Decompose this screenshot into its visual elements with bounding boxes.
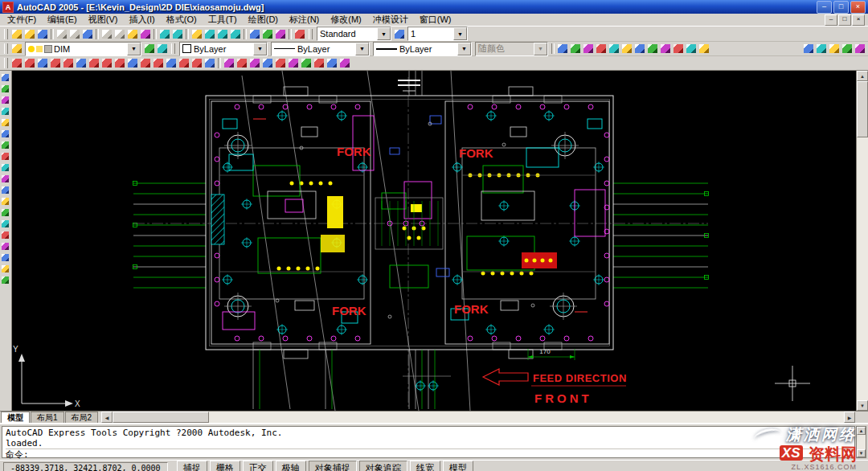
viewport-scale-combo[interactable]: 1 ▼ xyxy=(407,27,468,41)
zoom-window-icon[interactable] xyxy=(216,28,229,40)
quick-dimension-icon[interactable] xyxy=(88,57,100,69)
layer-properties-manager-icon[interactable] xyxy=(10,43,23,55)
scroll-up-icon[interactable]: ▲ xyxy=(857,427,866,435)
menu-file[interactable]: 文件(F) xyxy=(2,14,42,26)
menu-modify[interactable]: 修改(M) xyxy=(325,14,367,26)
tab-model[interactable]: 模型 xyxy=(1,412,30,423)
chevron-down-icon[interactable]: ▼ xyxy=(457,43,471,55)
text-style-combo[interactable]: Standard ▼ xyxy=(317,27,391,41)
toolbar-icon[interactable] xyxy=(620,43,633,55)
plot-style-combo[interactable]: 随颜色 ▼ xyxy=(475,42,548,56)
model-space-toggle[interactable]: 模型 xyxy=(443,461,473,471)
linear-dimension-icon[interactable] xyxy=(10,57,23,69)
tab-layout1[interactable]: 布局1 xyxy=(31,412,64,423)
spline-icon[interactable] xyxy=(0,162,10,173)
toolbar-icon[interactable] xyxy=(685,43,698,55)
redo-icon[interactable] xyxy=(171,28,184,40)
scroll-left-icon[interactable]: ◀ xyxy=(101,412,113,423)
toolbar-icon[interactable] xyxy=(556,43,569,55)
toolbar-icon[interactable] xyxy=(569,43,582,55)
gradient-icon[interactable] xyxy=(0,275,10,285)
help-icon[interactable] xyxy=(293,28,306,40)
layer-previous-icon[interactable] xyxy=(156,43,169,55)
die-design-icon[interactable] xyxy=(235,57,248,69)
region-icon[interactable] xyxy=(0,241,10,252)
menu-edit[interactable]: 编辑(E) xyxy=(42,14,83,26)
ordinate-dimension-icon[interactable] xyxy=(36,57,49,69)
command-prompt[interactable]: 命令: xyxy=(6,448,851,460)
diameter-dimension-icon[interactable] xyxy=(62,57,75,69)
drawing-area[interactable]: 170 FORK FORK FORK FORK FEED DIRECTION F… xyxy=(12,71,856,411)
tab-layout2[interactable]: 布局2 xyxy=(65,412,99,423)
die-design-icon[interactable] xyxy=(261,57,274,69)
insert-block-icon[interactable] xyxy=(0,196,10,207)
line-icon[interactable] xyxy=(0,72,10,83)
die-design-icon[interactable] xyxy=(274,57,287,69)
arc-icon[interactable] xyxy=(0,129,10,139)
chevron-down-icon[interactable]: ▼ xyxy=(453,27,467,40)
chevron-down-icon[interactable]: ▼ xyxy=(377,27,391,40)
hatch-icon[interactable] xyxy=(0,230,10,240)
horizontal-scroll-thumb[interactable] xyxy=(113,412,209,423)
toolbar-grip[interactable] xyxy=(4,29,8,39)
toolbar-grip[interactable] xyxy=(309,29,313,39)
new-icon[interactable] xyxy=(10,28,23,40)
toolbar-icon[interactable] xyxy=(698,43,710,55)
menu-window[interactable]: 窗口(W) xyxy=(414,14,457,26)
dimension-edit-icon[interactable] xyxy=(165,57,178,69)
point-icon[interactable] xyxy=(0,219,10,229)
properties-icon[interactable] xyxy=(248,28,261,40)
aligned-dimension-icon[interactable] xyxy=(23,57,36,69)
toolbar-grip[interactable] xyxy=(171,43,175,54)
radius-dimension-icon[interactable] xyxy=(49,57,62,69)
command-scroll-track[interactable] xyxy=(857,435,866,449)
plot-icon[interactable] xyxy=(55,28,68,40)
polyline-icon[interactable] xyxy=(0,95,10,105)
die-drawing[interactable]: 170 FORK FORK FORK FORK FEED DIRECTION F… xyxy=(12,71,856,411)
snap-toggle[interactable]: 捕捉 xyxy=(177,461,207,471)
dimension-text-edit-icon[interactable] xyxy=(178,57,190,69)
die-design-icon[interactable] xyxy=(300,57,313,69)
minimize-button[interactable]: – xyxy=(817,1,832,14)
menu-view[interactable]: 视图(V) xyxy=(83,14,124,26)
mdi-close-button[interactable]: × xyxy=(852,14,865,26)
undo-icon[interactable] xyxy=(158,28,171,40)
circle-icon[interactable] xyxy=(0,140,10,150)
toolbar-grip[interactable] xyxy=(4,58,8,68)
chevron-down-icon[interactable]: ▼ xyxy=(253,43,267,55)
toolbar-icon[interactable] xyxy=(608,43,620,55)
linetype-combo[interactable]: ByLayer ▼ xyxy=(271,42,370,56)
osnap-toggle[interactable]: 对象捕捉 xyxy=(309,461,357,471)
grid-toggle[interactable]: 栅格 xyxy=(210,461,240,471)
command-scrollbar[interactable]: ▲ ▼ xyxy=(856,426,866,458)
chevron-down-icon[interactable]: ▼ xyxy=(127,43,141,55)
zoom-realtime-icon[interactable] xyxy=(203,28,216,40)
die-design-icon[interactable] xyxy=(223,57,235,69)
horizontal-scroll-track[interactable] xyxy=(209,412,844,423)
color-combo[interactable]: ByLayer ▼ xyxy=(179,42,268,56)
menu-tools[interactable]: 工具(T) xyxy=(203,14,243,26)
mdi-minimize-button[interactable]: – xyxy=(825,14,837,26)
quick-leader-icon[interactable] xyxy=(126,57,139,69)
vertical-scroll-thumb[interactable] xyxy=(857,81,868,137)
mdi-restore-button[interactable]: □ xyxy=(838,14,851,26)
open-icon[interactable] xyxy=(23,28,36,40)
save-icon[interactable] xyxy=(36,28,49,40)
scroll-up-icon[interactable]: ▲ xyxy=(857,71,868,81)
lineweight-toggle[interactable]: 线宽 xyxy=(410,461,440,471)
menu-insert[interactable]: 插入(I) xyxy=(123,14,160,26)
die-design-icon[interactable] xyxy=(338,57,351,69)
center-mark-icon[interactable] xyxy=(152,57,165,69)
dimension-update-icon[interactable] xyxy=(190,57,203,69)
multiline-text-icon[interactable] xyxy=(0,264,10,274)
command-text-area[interactable]: AutoCAD Express Tools Copyright ?2000 Au… xyxy=(2,426,855,458)
toolbar-icon[interactable] xyxy=(633,43,646,55)
text-style-icon[interactable] xyxy=(393,28,406,40)
layer-combo[interactable]: DIM ▼ xyxy=(25,42,141,56)
angular-dimension-icon[interactable] xyxy=(75,57,88,69)
menu-dimension[interactable]: 标注(N) xyxy=(284,14,325,26)
copy-icon[interactable] xyxy=(113,28,126,40)
vertical-scroll-track[interactable] xyxy=(857,137,868,400)
scroll-down-icon[interactable]: ▼ xyxy=(857,449,866,457)
make-object-layer-current-icon[interactable] xyxy=(143,43,156,55)
